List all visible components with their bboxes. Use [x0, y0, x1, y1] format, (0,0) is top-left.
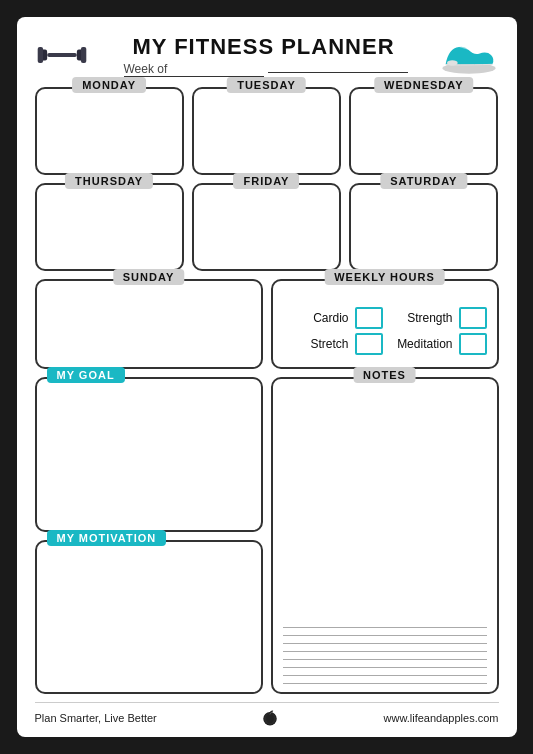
- page-title: MY FITNESS PLANNER: [132, 34, 394, 60]
- goal-card[interactable]: MY GOAL: [35, 377, 263, 532]
- day-card-friday[interactable]: FRIDAY: [192, 183, 341, 271]
- fitness-planner: MY FITNESS PLANNER Week of MONDAY TUESDA…: [17, 17, 517, 737]
- day-label-wednesday: WEDNESDAY: [374, 77, 474, 93]
- day-label-saturday: SATURDAY: [380, 173, 467, 189]
- left-lower: MY GOAL MY MOTIVATION: [35, 377, 263, 694]
- header-center: MY FITNESS PLANNER Week of: [120, 34, 408, 77]
- day-label-friday: FRIDAY: [234, 173, 300, 189]
- day-label-sunday: SUNDAY: [113, 269, 184, 285]
- motivation-card[interactable]: MY MOTIVATION: [35, 540, 263, 695]
- notes-line-3: [283, 643, 487, 644]
- wh-stretch: Stretch: [283, 333, 383, 355]
- dumbbell-icon: [35, 37, 89, 73]
- notes-line-7: [283, 675, 487, 676]
- cardio-label: Cardio: [313, 311, 348, 325]
- footer-tagline: Plan Smarter, Live Better: [35, 712, 157, 724]
- header: MY FITNESS PLANNER Week of: [35, 33, 499, 79]
- day-card-saturday[interactable]: SATURDAY: [349, 183, 498, 271]
- wh-cardio: Cardio: [283, 307, 383, 329]
- notes-card[interactable]: NOTES: [271, 377, 499, 694]
- week-of-label: Week of: [120, 62, 408, 77]
- cardio-input-box[interactable]: [355, 307, 383, 329]
- footer-website: www.lifeandapples.com: [384, 712, 499, 724]
- strength-input-box[interactable]: [459, 307, 487, 329]
- day-label-monday: MONDAY: [72, 77, 146, 93]
- footer-center: [261, 709, 279, 727]
- notes-line-2: [283, 635, 487, 636]
- weekly-hours-grid: Cardio Strength Stretch Meditation: [283, 307, 487, 355]
- shoe-icon: [439, 33, 499, 77]
- days-grid: MONDAY TUESDAY WEDNESDAY THURSDAY FRIDAY…: [35, 87, 499, 271]
- svg-rect-1: [37, 47, 42, 63]
- notes-line-1: [283, 627, 487, 628]
- notes-line-5: [283, 659, 487, 660]
- goal-label: MY GOAL: [47, 367, 125, 383]
- notes-line-6: [283, 667, 487, 668]
- day-card-sunday[interactable]: SUNDAY: [35, 279, 263, 369]
- notes-label: NOTES: [353, 367, 416, 383]
- day-label-thursday: THURSDAY: [65, 173, 153, 189]
- svg-rect-3: [80, 47, 85, 63]
- notes-line-4: [283, 651, 487, 652]
- notes-lines: [283, 403, 487, 684]
- strength-label: Strength: [407, 311, 452, 325]
- weekly-hours-card: WEEKLY HOURS Cardio Strength Stretch Med…: [271, 279, 499, 369]
- day-card-monday[interactable]: MONDAY: [35, 87, 184, 175]
- footer: Plan Smarter, Live Better www.lifeandapp…: [35, 702, 499, 727]
- stretch-label: Stretch: [310, 337, 348, 351]
- motivation-label: MY MOTIVATION: [47, 530, 167, 546]
- day-card-wednesday[interactable]: WEDNESDAY: [349, 87, 498, 175]
- sunday-weekly-section: SUNDAY WEEKLY HOURS Cardio Strength Stre…: [35, 279, 499, 369]
- day-label-tuesday: TUESDAY: [227, 77, 306, 93]
- apple-icon: [261, 709, 279, 727]
- notes-line-8: [283, 683, 487, 684]
- day-card-thursday[interactable]: THURSDAY: [35, 183, 184, 271]
- stretch-input-box[interactable]: [355, 333, 383, 355]
- lower-section: MY GOAL MY MOTIVATION NOTES: [35, 377, 499, 694]
- weekly-hours-label: WEEKLY HOURS: [324, 269, 445, 285]
- wh-meditation: Meditation: [387, 333, 487, 355]
- meditation-input-box[interactable]: [459, 333, 487, 355]
- wh-strength: Strength: [387, 307, 487, 329]
- svg-rect-4: [47, 53, 77, 57]
- day-card-tuesday[interactable]: TUESDAY: [192, 87, 341, 175]
- meditation-label: Meditation: [397, 337, 452, 351]
